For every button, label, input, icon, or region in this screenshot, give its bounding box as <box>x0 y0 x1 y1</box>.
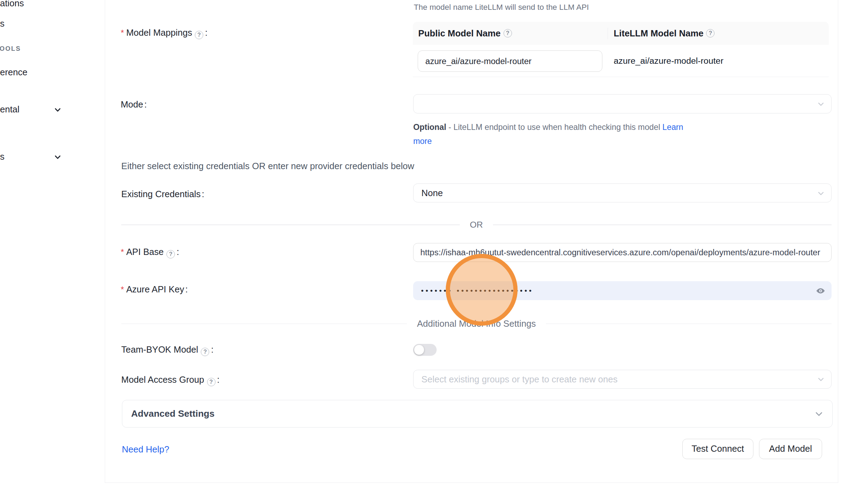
toggle-knob <box>414 345 424 354</box>
app-window: ations s TOOLS erence ental s The model … <box>0 0 868 485</box>
additional-settings-divider-text: Additional Model Info Settings <box>407 319 546 329</box>
sidebar-section-tools: TOOLS <box>0 45 21 53</box>
credentials-note: Either select existing credentials OR en… <box>121 161 414 171</box>
model-mappings-label: *Model Mappings?: <box>121 28 207 39</box>
column-header-litellm-model-name: LiteLLM Model Name ? <box>614 22 715 45</box>
public-model-name-input[interactable] <box>418 50 602 72</box>
required-asterisk: * <box>121 247 124 257</box>
sidebar-item-truncated-1[interactable]: ations <box>0 0 24 8</box>
column-header-public-model-name: Public Model Name ? <box>418 22 513 45</box>
sidebar-item-truncated-3[interactable]: erence <box>0 67 27 77</box>
divider-line <box>121 324 407 324</box>
sidebar-item-truncated-2[interactable]: s <box>0 19 5 29</box>
table-header-row: Public Model Name ? LiteLLM Model Name ? <box>413 22 829 45</box>
model-mappings-table: Public Model Name ? LiteLLM Model Name ?… <box>413 22 829 77</box>
or-divider: OR <box>121 220 832 230</box>
advanced-settings-panel[interactable]: Advanced Settings <box>122 400 833 428</box>
existing-credentials-select[interactable]: None <box>413 183 832 202</box>
team-byok-toggle[interactable] <box>413 344 437 356</box>
model-access-group-placeholder: Select existing groups or type to create… <box>422 374 618 384</box>
sidebar-item-truncated-5[interactable]: s <box>0 152 5 162</box>
api-base-value: https://ishaa-mh6uutut-swedencentral.cog… <box>420 248 820 257</box>
chevron-down-icon <box>815 410 823 418</box>
existing-credentials-value: None <box>422 188 443 198</box>
model-name-helper-text: The model name LiteLLM will send to the … <box>414 3 589 12</box>
sidebar: ations s TOOLS erence ental s <box>0 0 105 485</box>
model-access-group-select[interactable]: Select existing groups or type to create… <box>413 370 832 389</box>
required-asterisk: * <box>121 28 124 37</box>
column-divider <box>608 28 608 40</box>
divider-line <box>546 324 832 324</box>
chevron-down-icon <box>818 101 824 108</box>
azure-api-key-label: *Azure API Key: <box>121 284 187 295</box>
add-model-button[interactable]: Add Model <box>759 439 822 459</box>
additional-settings-divider: Additional Model Info Settings <box>121 319 832 329</box>
divider-line <box>121 224 460 225</box>
mode-label: Mode: <box>121 99 146 110</box>
team-byok-label: Team-BYOK Model?: <box>121 345 213 356</box>
masked-password-dots: ••••••• ••••••••••••••••• <box>421 286 534 295</box>
mode-helper-text: Optional - LiteLLM endpoint to use when … <box>413 120 703 148</box>
api-base-label: *API Base?: <box>121 247 179 258</box>
chevron-down-icon[interactable] <box>54 154 61 160</box>
help-circle-icon[interactable]: ? <box>195 31 203 39</box>
advanced-settings-title: Advanced Settings <box>131 408 214 419</box>
need-help-link[interactable]: Need Help? <box>122 444 169 455</box>
sidebar-item-label: s <box>0 19 5 28</box>
sidebar-item-label: ental <box>0 104 20 114</box>
mode-select[interactable] <box>413 94 832 113</box>
api-base-input[interactable]: https://ishaa-mh6uutut-swedencentral.cog… <box>413 243 832 262</box>
chevron-down-icon <box>818 376 824 383</box>
table-row: azure_ai/azure-model-router <box>413 45 829 77</box>
sidebar-item-truncated-4[interactable]: ental <box>0 104 20 115</box>
sidebar-item-label: s <box>0 152 5 161</box>
help-circle-icon[interactable]: ? <box>166 250 175 258</box>
help-circle-icon[interactable]: ? <box>706 29 715 37</box>
help-circle-icon[interactable]: ? <box>504 29 512 37</box>
sidebar-item-label: erence <box>0 67 27 77</box>
existing-credentials-label: Existing Credentials: <box>121 189 204 199</box>
model-access-group-label: Model Access Group?: <box>121 375 219 386</box>
azure-api-key-input[interactable]: ••••••• ••••••••••••••••• <box>413 281 832 300</box>
help-circle-icon[interactable]: ? <box>207 378 216 386</box>
optional-bold-text: Optional <box>413 123 446 132</box>
sidebar-item-label: ations <box>0 0 24 8</box>
divider-line <box>493 224 832 225</box>
chevron-down-icon <box>818 190 824 197</box>
eye-icon[interactable] <box>816 286 825 296</box>
or-divider-text: OR <box>460 220 493 230</box>
help-circle-icon[interactable]: ? <box>201 348 209 356</box>
test-connect-button[interactable]: Test Connect <box>682 439 753 459</box>
litellm-model-name-value: azure_ai/azure-model-router <box>614 45 723 77</box>
sidebar-section-label: TOOLS <box>0 45 21 52</box>
required-asterisk: * <box>121 285 124 294</box>
chevron-down-icon[interactable] <box>54 106 61 113</box>
